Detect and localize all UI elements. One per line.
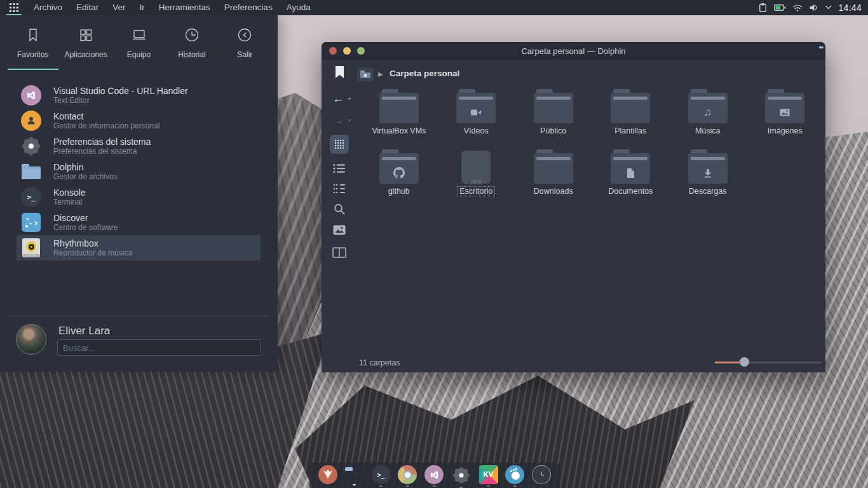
active-tab-underline <box>8 69 58 70</box>
app-item-kontact[interactable]: KontactGestor de información personal <box>17 108 261 133</box>
breadcrumb-separator-icon: ▶ <box>378 71 383 78</box>
tab-equipo[interactable]: Equipo <box>112 27 165 59</box>
menu-editar[interactable]: Editar <box>69 0 105 15</box>
app-desc: Terminal <box>53 198 86 207</box>
titlebar[interactable]: Carpeta personal — Dolphin <box>322 42 825 60</box>
menu-herramientas[interactable]: Herramientas <box>152 0 217 15</box>
app-item-settings[interactable]: Preferencias del sistemaPreferencias del… <box>17 133 261 159</box>
tray-clock[interactable]: 14:44 <box>838 3 862 13</box>
folder-plantillas[interactable]: Plantillas <box>592 89 670 149</box>
folder-label: Vídeos <box>464 126 489 135</box>
zoom-slider-handle[interactable] <box>740 357 749 367</box>
chevron-down-icon[interactable] <box>825 5 832 10</box>
folder-musica[interactable]: ♫ Música <box>669 89 747 149</box>
folder-videos[interactable]: Vídeos <box>438 89 515 149</box>
forward-button[interactable]: → <box>330 113 346 127</box>
folder-downloads[interactable]: Downloads <box>515 149 592 210</box>
back-dropdown-icon[interactable]: ▾ <box>346 95 353 102</box>
dock-kdevelop[interactable]: KV <box>479 465 498 487</box>
folder-label: github <box>388 187 410 196</box>
search-button[interactable] <box>333 203 346 215</box>
app-item-vscode[interactable]: Visual Studio Code - URL HandlerText Edi… <box>17 83 261 108</box>
menu-archivo[interactable]: Archivo <box>27 0 69 15</box>
dock-file-manager[interactable] <box>345 465 364 485</box>
wifi-icon[interactable] <box>792 4 803 12</box>
list-view-button[interactable] <box>333 163 346 173</box>
folder-documentos[interactable]: Documentos <box>592 149 670 210</box>
tab-aplicaciones[interactable]: Aplicaciones <box>59 27 112 59</box>
folder-virtualbox[interactable]: VirtualBox VMs <box>360 89 438 149</box>
app-desc: Centro de software <box>53 223 118 232</box>
maximize-button[interactable] <box>357 47 365 55</box>
close-button[interactable] <box>329 47 337 55</box>
tab-favoritos[interactable]: Favoritos <box>6 27 59 59</box>
apps-grid-icon <box>10 3 18 12</box>
clipboard-icon[interactable] <box>758 3 768 13</box>
discover-icon: › <box>22 213 41 232</box>
leave-icon <box>236 27 253 43</box>
minimize-button[interactable] <box>343 47 351 55</box>
forward-dropdown-icon[interactable]: ▾ <box>346 117 353 123</box>
user-name: Eliver Lara <box>58 325 110 337</box>
folder-grid: VirtualBox VMs Vídeos Público Plantillas… <box>360 89 824 210</box>
folder-descargas[interactable]: Descargas <box>669 149 747 210</box>
folder-publico[interactable]: Público <box>515 89 592 149</box>
folder-icon <box>688 149 728 184</box>
folder-label: Documentos <box>608 187 653 196</box>
app-item-discover[interactable]: › DiscoverCentro de software <box>17 210 261 235</box>
menu-preferencias[interactable]: Preferencias <box>217 0 280 15</box>
rhythmbox-icon <box>22 238 40 257</box>
menu-button[interactable] <box>333 268 346 278</box>
dock-vscode[interactable] <box>424 465 444 487</box>
application-launcher-panel: Favoritos Aplicaciones Equipo Historial … <box>0 15 278 372</box>
folder-icon <box>456 89 496 123</box>
dock-konsole[interactable]: >_ <box>372 465 391 487</box>
search-input[interactable] <box>57 339 261 356</box>
battery-icon[interactable] <box>774 3 786 12</box>
dock-clock-widget[interactable] <box>532 465 551 487</box>
app-desc: Gestor de archivos <box>53 172 118 181</box>
firefox-icon <box>318 465 337 484</box>
app-item-dolphin[interactable]: DolphinGestor de archivos <box>17 159 261 184</box>
menu-ver[interactable]: Ver <box>105 0 132 15</box>
folder-label: Descargas <box>689 187 727 196</box>
preview-button[interactable] <box>333 225 346 235</box>
folder-icon <box>22 164 41 179</box>
folder-escritorio[interactable]: Escritorio <box>438 149 515 210</box>
tab-historial[interactable]: Historial <box>165 27 218 59</box>
dock-chromium[interactable] <box>398 465 417 487</box>
tab-label: Historial <box>178 50 205 59</box>
app-item-konsole[interactable]: >_ KonsoleTerminal <box>17 184 261 210</box>
dock-system-settings[interactable] <box>451 465 471 488</box>
details-view-button[interactable] <box>333 184 346 194</box>
dock-firefox[interactable] <box>318 465 337 487</box>
split-view-button[interactable] <box>332 247 346 258</box>
back-button[interactable]: ← <box>330 92 346 105</box>
folder-icon <box>379 89 419 123</box>
home-folder-icon <box>360 71 370 78</box>
vscode-icon <box>424 465 444 484</box>
dock: >_ KV <box>309 463 560 488</box>
app-launcher-button[interactable] <box>5 0 23 15</box>
download-glyph-icon <box>688 162 728 184</box>
folder-label: Imágenes <box>768 126 803 135</box>
folder-label: Downloads <box>534 187 573 196</box>
menu-ayuda[interactable]: Ayuda <box>280 0 318 15</box>
app-name: Discover <box>53 213 118 223</box>
clock-icon <box>184 27 200 43</box>
folder-icon <box>611 149 650 184</box>
global-menubar: Archivo Editar Ver Ir Herramientas Prefe… <box>0 0 868 15</box>
breadcrumb-path[interactable]: Carpeta personal <box>390 69 459 78</box>
menu-ir[interactable]: Ir <box>133 0 152 15</box>
folder-imagenes[interactable]: Imágenes <box>747 89 824 149</box>
user-avatar[interactable] <box>16 324 46 355</box>
app-item-rhythmbox[interactable]: RhythmboxReproductor de música <box>17 235 261 261</box>
status-text: 11 carpetas <box>359 358 400 367</box>
breadcrumb-home-button[interactable] <box>357 67 374 81</box>
volume-icon[interactable] <box>809 3 818 12</box>
icons-view-button[interactable] <box>330 135 349 154</box>
dock-kde-app[interactable] <box>505 465 524 487</box>
places-bookmark-icon[interactable] <box>336 66 344 78</box>
tab-salir[interactable]: Salir <box>219 27 271 59</box>
folder-github[interactable]: github <box>360 149 438 210</box>
